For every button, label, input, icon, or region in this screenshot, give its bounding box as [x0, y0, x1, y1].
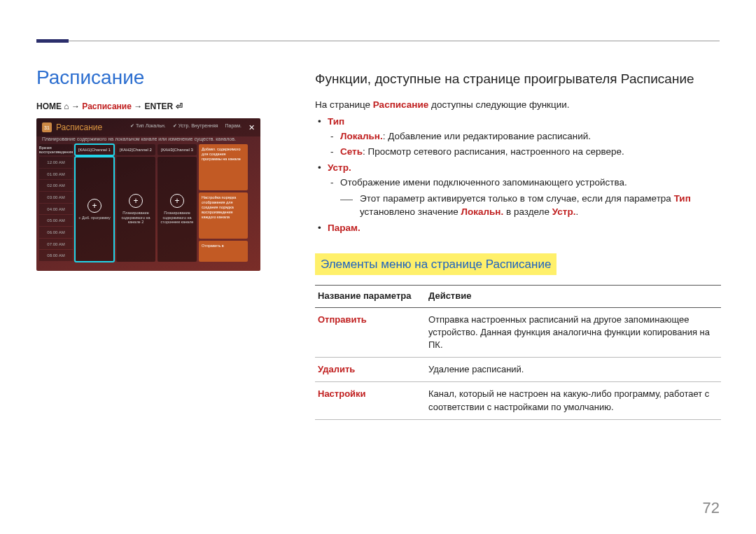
channel-body: + Планирование содержимого на канале 2	[116, 157, 155, 262]
plus-icon[interactable]: +	[129, 194, 143, 208]
breadcrumb-enter: ENTER	[145, 101, 174, 111]
intro-b: Расписание	[373, 99, 428, 110]
channel-column-2[interactable]: [КАН2]Channel 2 + Планирование содержимо…	[116, 144, 155, 262]
param-name: Настройки	[315, 382, 426, 419]
breadcrumb-schedule: Расписание	[82, 101, 132, 111]
channel-header: [КАН1]Channel 1	[75, 144, 114, 155]
page-number: 72	[703, 499, 720, 517]
screenshot-grid: Время воспроизведения 12:00 AM 01:00 AM …	[36, 144, 260, 262]
note-d: Локальн.	[461, 206, 503, 217]
note-f: Устр.	[552, 206, 576, 217]
options-button[interactable]: Парам.	[225, 123, 241, 132]
channel-caption: Планирование содержимого на стороннем ка…	[160, 211, 194, 225]
time-cell: 02:00 AM	[39, 180, 73, 191]
top-rule-accent	[36, 39, 69, 43]
channel-column-3[interactable]: [КАН3]Channel 3 + Планирование содержимо…	[158, 144, 197, 262]
close-icon[interactable]: ✕	[248, 123, 255, 132]
note-text: Этот параметр активируется только в том …	[360, 192, 721, 219]
bullet-device: Устр. Отображение имени подключенного за…	[315, 162, 721, 219]
sub-local: Локальн.: Добавление или редактирование …	[328, 130, 721, 143]
calendar-icon: 31	[42, 122, 52, 132]
table-row: Настройки Канал, который не настроен на …	[315, 382, 721, 419]
sub-device-txt: Отображение имени подключенного запомина…	[328, 176, 721, 190]
time-cell: 07:00 AM	[39, 239, 73, 250]
param-desc: Отправка настроенных расписаний на друго…	[426, 307, 721, 358]
right-column: Функции, доступные на странице проигрыва…	[315, 70, 721, 420]
table-row: Отправить Отправка настроенных расписани…	[315, 307, 721, 358]
channel-header: [КАН2]Channel 2	[116, 144, 155, 155]
arrow-icon: →	[134, 101, 144, 111]
time-cell: 06:00 AM	[39, 227, 73, 238]
net-name: Сеть	[340, 146, 363, 157]
intro-text: На странице Расписание доступны следующи…	[315, 99, 721, 112]
screenshot-header: 31 Расписание ✔ Тип Локальн. ✔ Устр. Вну…	[36, 118, 260, 136]
top-rule	[36, 41, 720, 41]
side-box-send[interactable]: Отправить в	[199, 241, 248, 262]
left-column: Расписание HOME ⌂ → Расписание → ENTER ⏎…	[36, 66, 260, 271]
arrow-icon: →	[71, 101, 82, 111]
plus-icon[interactable]: +	[170, 194, 184, 208]
note-icon: ―	[340, 192, 353, 219]
type-label[interactable]: ✔ Тип Локальн.	[130, 123, 166, 132]
param-name: Отправить	[315, 307, 426, 358]
param-desc: Канал, который не настроен на какую-либо…	[426, 382, 721, 419]
net-txt: : Просмотр сетевого расписания, настроен…	[363, 146, 624, 157]
bullet-type-label: Тип	[328, 116, 344, 127]
channel-column-1[interactable]: [КАН1]Channel 1 + + Доб. программу	[75, 144, 114, 262]
note-e: в разделе	[503, 206, 552, 217]
device-note: ― Этот параметр активируется только в то…	[340, 192, 721, 219]
param-desc: Удаление расписаний.	[426, 358, 721, 382]
intro-a: На странице	[315, 99, 373, 110]
bullet-type: Тип Локальн.: Добавление или редактирова…	[315, 115, 721, 159]
intro-c: доступны следующие функции.	[428, 99, 569, 110]
screenshot-mock: 31 Расписание ✔ Тип Локальн. ✔ Устр. Вну…	[36, 118, 260, 271]
channel-caption: Планирование содержимого на канале 2	[119, 211, 153, 225]
col-name: Название параметра	[315, 286, 426, 307]
section-heading-menu: Элементы меню на странице Расписание	[315, 253, 556, 276]
device-label[interactable]: ✔ Устр. Внутренняя	[173, 123, 218, 132]
type-value: Локальн.	[146, 123, 166, 128]
time-column: Время воспроизведения 12:00 AM 01:00 AM …	[39, 144, 73, 262]
channel-caption: + Доб. программу	[78, 216, 110, 220]
time-cell: 01:00 AM	[39, 169, 73, 180]
screenshot-header-right: ✔ Тип Локальн. ✔ Устр. Внутренняя Парам.…	[130, 123, 255, 132]
sub-list-type: Локальн.: Добавление или редактирование …	[328, 130, 721, 159]
calendar-icon-text: 31	[44, 125, 50, 130]
side-box[interactable]: Добавл. содержимого для создания програм…	[199, 144, 248, 190]
param-name: Удалить	[315, 358, 426, 382]
channel-header: [КАН3]Channel 3	[158, 144, 197, 155]
note-a: Этот параметр активируется только в том …	[360, 193, 674, 204]
sub-list-device: Отображение имени подключенного запомина…	[328, 176, 721, 190]
page: Расписание HOME ⌂ → Расписание → ENTER ⏎…	[0, 0, 756, 534]
bullet-device-label: Устр.	[328, 162, 351, 173]
time-cell: 12:00 AM	[39, 157, 73, 168]
breadcrumb: HOME ⌂ → Расписание → ENTER ⏎	[36, 101, 260, 111]
table-header-row: Название параметра Действие	[315, 286, 721, 307]
sub-net: Сеть: Просмотр сетевого расписания, наст…	[328, 146, 721, 159]
plus-icon[interactable]: +	[88, 199, 102, 213]
bullet-options-label: Парам.	[328, 223, 360, 233]
local-name: Локальн.	[340, 131, 383, 141]
params-table: Название параметра Действие Отправить От…	[315, 285, 721, 419]
table-row: Удалить Удаление расписаний.	[315, 358, 721, 382]
device-label-text: ✔ Устр.	[173, 123, 190, 128]
breadcrumb-home: HOME	[36, 101, 62, 111]
device-value: Внутренняя	[191, 123, 218, 128]
time-cell: 05:00 AM	[39, 215, 73, 226]
time-header: Время воспроизведения	[39, 144, 73, 155]
enter-icon: ⏎	[176, 101, 183, 111]
time-cell: 08:00 AM	[39, 250, 73, 261]
time-cell: 04:00 AM	[39, 204, 73, 215]
channel-body: + Планирование содержимого на стороннем …	[158, 157, 197, 262]
col-action: Действие	[426, 286, 721, 307]
screenshot-title: Расписание	[56, 122, 102, 132]
home-icon: ⌂	[64, 101, 69, 111]
note-c: установлено значение	[360, 206, 461, 217]
time-cell: 03:00 AM	[39, 192, 73, 203]
side-column: Добавл. содержимого для создания програм…	[199, 144, 248, 262]
bullet-list: Тип Локальн.: Добавление или редактирова…	[315, 115, 721, 234]
local-txt: : Добавление или редактирование расписан…	[383, 131, 591, 141]
side-box[interactable]: Настройка порядка отображения для создан…	[199, 192, 248, 239]
type-label-text: ✔ Тип	[130, 123, 144, 128]
bullet-options: Парам.	[315, 222, 721, 235]
